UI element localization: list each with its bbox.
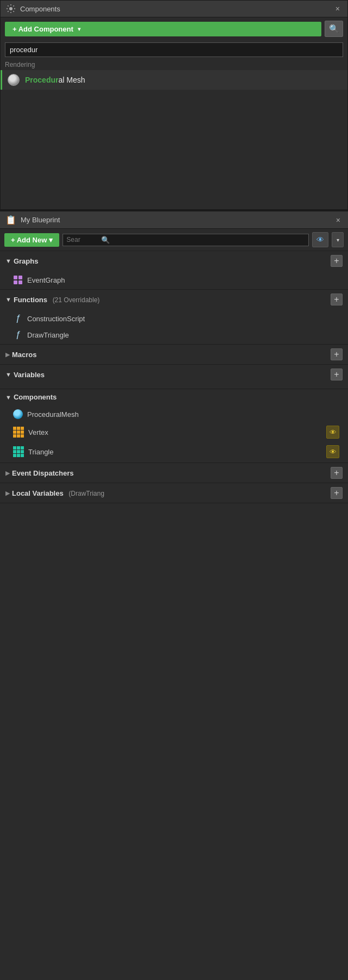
functions-add-button[interactable]: + <box>331 294 343 305</box>
vertex-item[interactable]: Vertex 👁 <box>0 422 348 442</box>
blueprint-panel-close[interactable]: × <box>334 216 343 224</box>
triangle-item[interactable]: Triangle 👁 <box>0 442 348 461</box>
graphs-collapse-arrow: ▼ <box>5 258 11 264</box>
variables-section-title: Variables <box>14 371 331 379</box>
graphs-section-header[interactable]: ▼ Graphs + <box>0 251 348 271</box>
construction-script-icon: ƒ <box>13 314 23 323</box>
macros-section-header[interactable]: ▶ Macros + <box>0 345 348 364</box>
triangle-icon <box>13 446 24 457</box>
components-icon <box>6 4 16 14</box>
svg-rect-2 <box>18 276 22 279</box>
graphs-add-icon: + <box>334 257 339 265</box>
draw-triangle-icon: ƒ <box>13 330 23 340</box>
graphs-section-title: Graphs <box>14 257 331 265</box>
vertex-visibility-button[interactable]: 👁 <box>326 426 339 439</box>
procedural-mesh-bp-icon <box>13 409 23 419</box>
variables-add-button[interactable]: + <box>331 369 343 380</box>
add-new-label: + Add New <box>11 236 47 244</box>
vertex-eye-icon: 👁 <box>330 428 337 436</box>
macros-section-title: Macros <box>12 351 331 359</box>
add-new-dropdown-arrow: ▾ <box>49 236 53 244</box>
blueprint-dropdown-button[interactable]: ▾ <box>332 232 344 247</box>
event-dispatchers-section-title: Event Dispatchers <box>12 469 331 477</box>
construction-script-item[interactable]: ƒ ConstructionScript <box>0 310 348 327</box>
eye-icon: 👁 <box>316 235 324 244</box>
my-blueprint-panel: 📋 My Blueprint × + Add New ▾ 🔍 👁 ▾ ▼ Gra… <box>0 210 348 503</box>
functions-section-content: ƒ ConstructionScript ƒ DrawTriangle <box>0 309 348 344</box>
local-variables-section-header[interactable]: ▶ Local Variables (DrawTriang + <box>0 483 348 503</box>
macros-section: ▶ Macros + <box>0 345 348 365</box>
components-panel-header: Components × <box>1 1 347 17</box>
triangle-eye-icon: 👁 <box>330 448 337 456</box>
variables-section-header[interactable]: ▼ Variables + <box>0 365 348 384</box>
bp-components-section-header[interactable]: ▼ Components <box>0 389 348 405</box>
blueprint-search-input[interactable] <box>66 236 99 244</box>
event-dispatchers-add-button[interactable]: + <box>331 467 343 479</box>
event-graph-icon <box>13 275 23 285</box>
add-new-button[interactable]: + Add New ▾ <box>4 233 59 247</box>
functions-section-header[interactable]: ▼ Functions (21 Overridable) + <box>0 290 348 309</box>
vertex-icon <box>13 427 24 438</box>
bp-components-section: ▼ Components ProceduralMesh Vertex 👁 <box>0 389 348 463</box>
graphs-add-button[interactable]: + <box>331 255 343 267</box>
blueprint-panel-header: 📋 My Blueprint × <box>0 211 348 229</box>
procedural-mesh-bp-item[interactable]: ProceduralMesh <box>0 406 348 422</box>
svg-rect-1 <box>14 276 17 279</box>
search-icon: 🔍 <box>329 24 339 34</box>
event-dispatchers-section-header[interactable]: ▶ Event Dispatchers + <box>0 463 348 483</box>
triangle-visibility-button[interactable]: 👁 <box>326 445 339 458</box>
add-component-button[interactable]: + Add Component ▾ <box>5 22 321 36</box>
graphs-section: ▼ Graphs + EventGraph <box>0 251 348 290</box>
event-dispatchers-add-icon: + <box>334 469 339 477</box>
procedural-mesh-result[interactable]: Procedural Mesh <box>1 70 347 90</box>
functions-section-title: Functions (21 Overridable) <box>14 296 331 304</box>
event-dispatchers-collapse-arrow: ▶ <box>5 470 10 477</box>
svg-rect-4 <box>18 280 22 284</box>
blueprint-search-box[interactable]: 🔍 <box>63 234 309 246</box>
bp-components-section-title: Components <box>14 393 343 401</box>
rendering-category-label: Rendering <box>1 59 347 70</box>
local-variables-collapse-arrow: ▶ <box>5 490 10 497</box>
components-panel-spacer <box>1 90 347 209</box>
svg-rect-3 <box>14 280 17 284</box>
blueprint-panel-title: My Blueprint <box>21 216 330 224</box>
local-variables-section-title: Local Variables (DrawTriang <box>12 489 331 497</box>
blueprint-toolbar: + Add New ▾ 🔍 👁 ▾ <box>0 229 348 251</box>
components-panel: Components × + Add Component ▾ 🔍 Renderi… <box>0 0 348 210</box>
variables-add-icon: + <box>334 370 339 379</box>
variables-empty <box>0 384 348 389</box>
macros-add-button[interactable]: + <box>331 348 343 360</box>
construction-script-label: ConstructionScript <box>27 315 85 323</box>
functions-subtitle: (21 Overridable) <box>53 296 100 304</box>
blueprint-book-icon: 📋 <box>5 215 16 225</box>
components-search-button[interactable]: 🔍 <box>325 21 343 37</box>
variables-section: ▼ Variables + <box>0 365 348 389</box>
draw-triangle-label: DrawTriangle <box>27 331 69 339</box>
procedural-mesh-icon <box>8 74 20 86</box>
procedural-mesh-label: Procedural Mesh <box>25 76 85 84</box>
components-search-input[interactable] <box>5 42 343 57</box>
event-graph-label: EventGraph <box>27 276 65 284</box>
procedural-mesh-bp-label: ProceduralMesh <box>27 410 79 419</box>
variables-collapse-arrow: ▼ <box>5 371 11 378</box>
local-variables-add-button[interactable]: + <box>331 487 343 499</box>
functions-collapse-arrow: ▼ <box>5 296 11 303</box>
svg-point-0 <box>9 7 13 10</box>
add-component-dropdown-arrow: ▾ <box>78 26 80 32</box>
draw-triangle-item[interactable]: ƒ DrawTriangle <box>0 327 348 343</box>
local-variables-subtitle: (DrawTriang <box>69 490 104 497</box>
components-toolbar: + Add Component ▾ 🔍 <box>1 17 347 40</box>
functions-add-icon: + <box>334 295 339 304</box>
bp-components-section-content: ProceduralMesh Vertex 👁 <box>0 405 348 463</box>
blueprint-search-icon: 🔍 <box>101 236 110 244</box>
add-component-label: + Add Component <box>13 25 73 33</box>
blueprint-visibility-button[interactable]: 👁 <box>312 232 328 247</box>
macros-add-icon: + <box>334 350 339 359</box>
dropdown-arrow-icon: ▾ <box>337 237 339 243</box>
functions-section: ▼ Functions (21 Overridable) + ƒ Constru… <box>0 290 348 345</box>
components-panel-close[interactable]: × <box>333 4 342 13</box>
components-search-row <box>1 40 347 59</box>
triangle-label: Triangle <box>28 448 53 456</box>
event-graph-item[interactable]: EventGraph <box>0 272 348 288</box>
local-variables-section: ▶ Local Variables (DrawTriang + <box>0 483 348 503</box>
